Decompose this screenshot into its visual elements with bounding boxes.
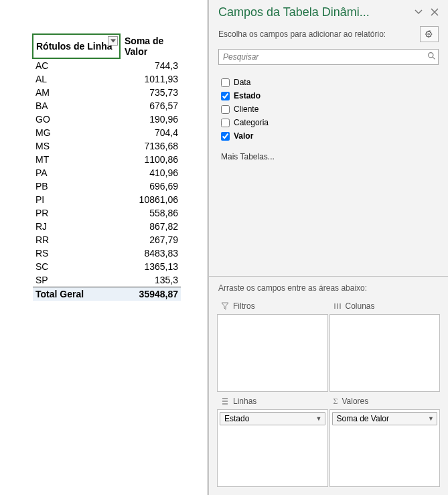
field-label: Data: [234, 78, 250, 87]
row-label: RS: [33, 246, 120, 260]
table-row[interactable]: PA410,96: [33, 166, 181, 180]
row-value: 735,73: [120, 86, 181, 99]
row-value: 1100,86: [120, 153, 181, 166]
columns-area: Colunas: [329, 298, 441, 392]
field-label: Estado: [234, 91, 260, 100]
row-value: 744,3: [120, 58, 181, 72]
field-row-cliente[interactable]: Cliente: [221, 102, 439, 116]
row-label: AL: [33, 72, 120, 86]
total-label: Total Geral: [33, 287, 120, 301]
table-row[interactable]: PB696,69: [33, 180, 181, 193]
table-row[interactable]: AM735,73: [33, 86, 181, 99]
filter-dropdown-icon[interactable]: [108, 36, 118, 46]
table-row[interactable]: MS7136,68: [33, 139, 181, 153]
field-label: Categoria: [234, 118, 269, 127]
filter-icon: [221, 302, 229, 310]
row-value: 8483,83: [120, 246, 181, 260]
table-row[interactable]: SP135,3: [33, 273, 181, 287]
table-row[interactable]: RS8483,83: [33, 246, 181, 260]
table-row[interactable]: RJ867,82: [33, 220, 181, 233]
tools-gear-button[interactable]: [420, 26, 439, 42]
row-value: 1011,93: [120, 72, 181, 86]
table-row[interactable]: MT1100,86: [33, 153, 181, 166]
field-areas: Filtros Colunas Linhas Estado ▼: [209, 298, 448, 495]
total-value: 35948,87: [120, 287, 181, 301]
field-instruction-text: Escolha os campos para adicionar ao rela…: [218, 29, 386, 39]
row-label: AM: [33, 86, 120, 99]
table-row[interactable]: SC1365,13: [33, 260, 181, 273]
table-row[interactable]: MG704,4: [33, 126, 181, 139]
row-label: MT: [33, 153, 120, 166]
sigma-icon: Σ: [333, 397, 338, 407]
field-checkbox[interactable]: [221, 105, 230, 114]
row-value: 867,82: [120, 220, 181, 233]
rows-chip-estado[interactable]: Estado ▼: [220, 412, 325, 425]
values-area: Σ Valores Soma de Valor ▼: [329, 393, 441, 487]
row-label: SC: [33, 260, 120, 273]
row-value: 135,3: [120, 273, 181, 287]
pivot-fields-pane: Campos da Tabela Dinâmi... Escolha os ca…: [208, 0, 448, 495]
values-dropzone[interactable]: Soma de Valor ▼: [329, 409, 441, 487]
filters-area: Filtros: [217, 298, 328, 392]
rows-dropzone[interactable]: Estado ▼: [217, 409, 328, 487]
row-value: 558,86: [120, 206, 181, 220]
chevron-down-icon: ▼: [316, 415, 322, 422]
row-value: 704,4: [120, 126, 181, 139]
columns-dropzone[interactable]: [329, 314, 441, 392]
row-value: 676,57: [120, 99, 181, 113]
svg-point-1: [428, 33, 430, 36]
field-checkbox[interactable]: [221, 132, 230, 141]
table-row[interactable]: PI10861,06: [33, 193, 181, 206]
field-list: DataEstadoClienteCategoriaValor: [209, 70, 448, 145]
drag-instruction-text: Arraste os campos entre as áreas abaixo:: [209, 276, 448, 298]
rows-area: Linhas Estado ▼: [217, 393, 328, 487]
row-label: PI: [33, 193, 120, 206]
table-row[interactable]: GO190,96: [33, 113, 181, 126]
row-label: RR: [33, 233, 120, 246]
value-header: Soma de Valor: [120, 34, 181, 58]
columns-icon: [333, 302, 342, 310]
field-label: Valor: [234, 131, 253, 141]
pivot-table: Rótulos de Linha Soma de Valor AC744,3AL…: [32, 33, 181, 301]
search-input[interactable]: [219, 52, 425, 62]
search-icon[interactable]: [425, 52, 438, 62]
field-row-data[interactable]: Data: [221, 76, 439, 89]
table-row[interactable]: AL1011,93: [33, 72, 181, 86]
field-checkbox[interactable]: [221, 92, 230, 100]
row-value: 410,96: [120, 166, 181, 180]
row-label: PB: [33, 180, 120, 193]
table-row[interactable]: BA676,57: [33, 99, 181, 113]
row-label: PA: [33, 166, 120, 180]
row-value: 696,69: [120, 180, 181, 193]
field-row-valor[interactable]: Valor: [221, 129, 439, 143]
svg-point-2: [428, 53, 433, 58]
values-chip-soma[interactable]: Soma de Valor ▼: [332, 412, 438, 425]
row-label: BA: [33, 99, 120, 113]
rows-icon: [221, 397, 229, 405]
row-label: RJ: [33, 220, 120, 233]
row-value: 267,79: [120, 233, 181, 246]
row-label: MG: [33, 126, 120, 139]
table-row[interactable]: PR558,86: [33, 206, 181, 220]
search-box[interactable]: [218, 49, 439, 65]
more-tables-link[interactable]: Mais Tabelas...: [209, 145, 448, 164]
row-value: 190,96: [120, 113, 181, 126]
table-row[interactable]: AC744,3: [33, 58, 181, 72]
row-value: 1365,13: [120, 260, 181, 273]
row-labels-header[interactable]: Rótulos de Linha: [33, 34, 120, 58]
row-value: 10861,06: [120, 193, 181, 206]
row-label: MS: [33, 139, 120, 153]
filters-dropzone[interactable]: [217, 314, 328, 392]
field-label: Cliente: [234, 104, 258, 114]
close-icon[interactable]: [431, 7, 439, 18]
field-row-estado[interactable]: Estado: [221, 89, 439, 102]
field-checkbox[interactable]: [221, 119, 230, 127]
grand-total-row[interactable]: Total Geral35948,87: [33, 287, 181, 301]
collapse-chevron-icon[interactable]: [415, 7, 423, 18]
table-row[interactable]: RR267,79: [33, 233, 181, 246]
field-row-categoria[interactable]: Categoria: [221, 116, 439, 129]
field-checkbox[interactable]: [221, 78, 230, 87]
worksheet-area: Rótulos de Linha Soma de Valor AC744,3AL…: [0, 0, 207, 495]
chevron-down-icon: ▼: [428, 415, 434, 422]
row-label: AC: [33, 58, 120, 72]
